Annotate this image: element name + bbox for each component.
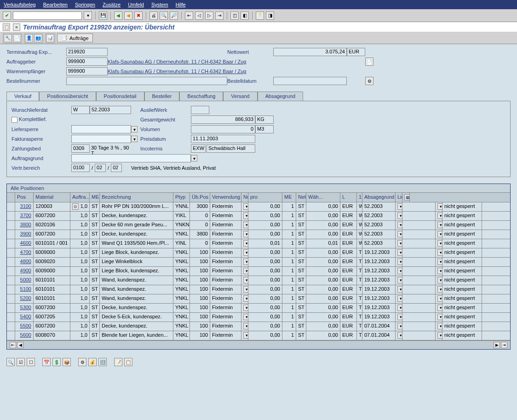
scroll-left-first-icon[interactable]: ⇤ — [10, 342, 16, 348]
fakturasperre-field[interactable] — [71, 135, 131, 143]
text-icon[interactable]: 📝 — [114, 358, 122, 366]
dropdown-icon[interactable]: ▾ — [397, 259, 402, 265]
table-row[interactable]: 480060090201,0STLiege WinkelblockYNKL100… — [7, 258, 510, 267]
incoterms-code[interactable]: EXW — [191, 144, 206, 153]
dropdown-icon[interactable]: ▾ — [243, 323, 248, 329]
dropdown-icon[interactable]: ▾ — [397, 231, 402, 237]
col-header[interactable]: Nettowert — [296, 193, 306, 202]
partner-detail-icon[interactable]: 📄 — [365, 58, 373, 66]
dropdown-icon[interactable]: ▾ — [243, 222, 248, 228]
dropdown-icon[interactable]: ▾ — [243, 314, 248, 320]
warenempfaenger-value[interactable]: 999900 — [66, 67, 108, 75]
dropdown-icon[interactable]: ▾ — [397, 286, 402, 293]
other-doc-icon[interactable]: 📄 — [13, 34, 21, 42]
table-row[interactable]: 510060101011,0STWand, kundenspez.YNKL100… — [7, 285, 510, 294]
enter-icon[interactable]: ✔ — [3, 12, 11, 20]
dropdown-icon[interactable]: ▾ — [437, 268, 442, 274]
back-icon[interactable]: ◀ — [114, 12, 122, 20]
dropdown-icon[interactable]: ▾ — [437, 314, 442, 320]
dropdown-icon[interactable]: ▾ — [397, 332, 402, 339]
dropdown-icon[interactable]: ▾ — [243, 286, 248, 293]
schedule-icon[interactable]: 📅 — [42, 358, 51, 366]
dropdown-icon[interactable]: ▾ — [397, 277, 402, 283]
wunschlieferdat-value[interactable]: 52.2003 — [90, 106, 131, 114]
select-icon[interactable]: ☑ — [17, 358, 25, 366]
list-icon[interactable]: ≡ — [13, 23, 20, 31]
status-icon[interactable]: 📊 — [46, 34, 54, 42]
vertrbereich-2[interactable]: 02 — [95, 164, 106, 172]
dropdown-icon[interactable]: ▾ — [437, 323, 442, 329]
detail-icon[interactable]: 🔍 — [6, 358, 15, 366]
command-field[interactable] — [13, 12, 82, 20]
fakturasperre-dropdown-icon[interactable]: ▾ — [131, 136, 138, 142]
col-header[interactable]: Ptyp — [173, 193, 190, 202]
liefersperre-field[interactable] — [71, 125, 131, 133]
menu-umfeld[interactable]: Umfeld — [128, 2, 144, 7]
dropdown-icon[interactable]: ▾ — [243, 332, 248, 339]
dropdown-icon[interactable]: ▾ — [437, 277, 442, 283]
dropdown-icon[interactable]: ▾ — [437, 213, 442, 219]
doc-flow-icon[interactable]: 📋 — [3, 23, 10, 31]
deselect-icon[interactable]: ☐ — [27, 358, 35, 366]
scroll-right-last-icon[interactable]: ⇥ — [501, 342, 507, 348]
col-header[interactable]: Verwendung — [210, 193, 241, 202]
col-header[interactable]: Auftra... — [70, 193, 90, 202]
table-row[interactable]: 550060072001,0STDecke, kundenspez.YNKL10… — [7, 322, 510, 331]
dropdown-icon[interactable]: ▾ — [437, 203, 442, 210]
col-header[interactable]: Absagegrund — [362, 193, 396, 202]
table-row[interactable]: 540060072051,0STDecke 5-Eck, kundenspez.… — [7, 313, 510, 322]
partner-icon[interactable]: 👥 — [34, 34, 42, 42]
first-page-icon[interactable]: ⇤ — [185, 12, 193, 20]
dropdown-icon[interactable]: ▾ — [243, 203, 248, 210]
terminauftrag-value[interactable]: 219920 — [66, 48, 108, 56]
auslief-werk-field[interactable] — [191, 106, 209, 114]
next-page-icon[interactable]: ▷ — [205, 12, 213, 20]
dropdown-icon[interactable]: ▾ — [243, 259, 248, 265]
table-row[interactable]: 390060072001,0STDecke, kundenspez.YNKL38… — [7, 230, 510, 239]
col-header[interactable]: pro — [248, 193, 282, 202]
dropdown-icon[interactable]: ▾ — [397, 222, 402, 228]
costing-icon[interactable]: 💰 — [88, 358, 97, 366]
dropdown-icon[interactable]: ▾ — [243, 295, 248, 302]
config-item-icon[interactable]: ⚙ — [78, 358, 86, 366]
menu-system[interactable]: System — [151, 2, 168, 7]
dropdown-icon[interactable]: ▾ — [243, 213, 248, 219]
col-header[interactable]: Wäh... — [306, 193, 340, 202]
dropdown-icon[interactable]: ▾ — [243, 268, 248, 274]
menubar[interactable]: VerkaufsbelegBearbeitenSpringenZusätzeUm… — [0, 0, 517, 9]
table-row[interactable]: 3100120003⊙1,0STRohr PP DN 100/2000mm L.… — [7, 202, 510, 212]
dropdown-icon[interactable]: ▾ — [437, 231, 442, 237]
dropdown-icon[interactable]: ▾ — [437, 332, 442, 339]
table-row[interactable]: 560060080701,0STBlende fuer Liegen, kund… — [7, 331, 510, 340]
auftragsgrund-field[interactable] — [71, 154, 191, 162]
table-row[interactable]: 370060072001,0STDecke, kundenspez.YIKL0F… — [7, 212, 510, 221]
cancel-icon[interactable]: ✖ — [134, 12, 143, 20]
new-session-icon[interactable]: ◫ — [230, 12, 239, 20]
dropdown-icon[interactable]: ▾ — [243, 240, 248, 247]
dropdown-icon[interactable]: ▾ — [397, 305, 402, 311]
search-help-icon[interactable]: ⊙ — [72, 203, 79, 210]
tab-absagegrund[interactable]: Absagegrund — [258, 92, 303, 101]
col-header[interactable]: Material — [34, 193, 70, 202]
display-change-icon[interactable]: 🔧 — [4, 34, 12, 42]
col-header[interactable]: Bezeichnung — [100, 193, 173, 202]
bestelldatum-field[interactable] — [273, 77, 347, 85]
dropdown-icon[interactable]: ▾ — [437, 259, 442, 265]
help-icon[interactable]: ? — [256, 12, 264, 20]
dropdown-icon[interactable]: ▾ — [437, 249, 442, 256]
header-icon[interactable]: 👤 — [25, 34, 33, 42]
col-header[interactable]: Pos — [15, 193, 34, 202]
liefersperre-dropdown-icon[interactable]: ▾ — [131, 126, 138, 132]
col-header[interactable]: Liefersperrestatus — [396, 193, 402, 202]
dropdown-icon[interactable]: ▾ — [397, 213, 402, 219]
incoterms-text[interactable]: Schwäbisch Hall — [207, 144, 255, 153]
table-row[interactable]: 500060101011,0STWand, kundenspez.YNKL100… — [7, 276, 510, 285]
table-row[interactable]: 46006010101 / 0011,0STWand Q1 1935/500 H… — [7, 239, 510, 248]
menu-verkaufsbeleg[interactable]: Verkaufsbeleg — [4, 2, 36, 7]
layout-icon[interactable]: ◨ — [266, 12, 274, 20]
scroll-right-icon[interactable]: ▶ — [494, 342, 500, 348]
wunschlieferdat-type[interactable]: W — [71, 106, 90, 114]
tab-positionsdetail[interactable]: Positionsdetail — [96, 92, 144, 101]
dropdown-icon[interactable]: ▾ — [437, 305, 442, 311]
tab-positionsübersicht[interactable]: Positionsübersicht — [39, 92, 96, 101]
